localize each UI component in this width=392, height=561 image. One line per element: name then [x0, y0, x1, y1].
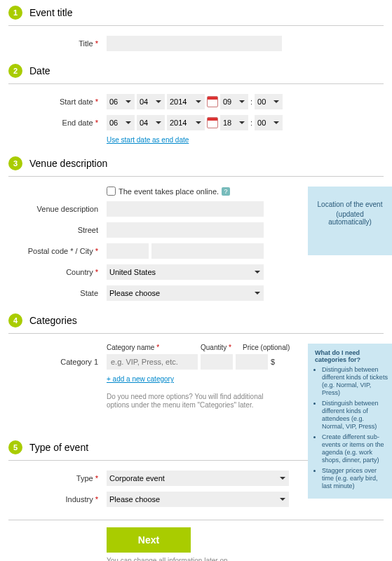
step-badge-3: 3 — [8, 156, 22, 170]
help-icon[interactable]: ? — [222, 187, 230, 196]
divider — [8, 333, 384, 334]
categories-help-text: Do you need more options? You will find … — [0, 388, 288, 410]
type-select[interactable]: Corporate event — [107, 471, 289, 486]
title-row: Title * — [0, 36, 392, 51]
end-date-label: End date * — [8, 118, 107, 128]
postal-city-label: Postal code * / City * — [8, 246, 107, 256]
country-label: Country * — [8, 267, 107, 277]
start-min-select[interactable]: 00 — [255, 94, 283, 109]
venue-desc-input[interactable] — [107, 201, 264, 217]
categories-info-box: What do I need categories for? Distingui… — [308, 344, 392, 499]
end-min-select[interactable]: 00 — [255, 115, 283, 130]
divider — [8, 83, 384, 84]
section-header: 3 Venue description — [0, 151, 392, 176]
step-badge-1: 1 — [8, 6, 22, 20]
divider — [8, 176, 384, 177]
step-badge-2: 2 — [8, 64, 22, 78]
categories-info-title: What do I need categories for? — [315, 349, 388, 363]
online-checkbox[interactable] — [107, 187, 116, 196]
add-category-link[interactable]: + add a new category — [107, 375, 174, 383]
end-year-select[interactable]: 2014 — [167, 115, 205, 130]
time-colon: : — [250, 97, 252, 106]
category-row-label: Category 1 — [8, 357, 107, 367]
step-badge-5: 5 — [8, 440, 22, 454]
postal-input[interactable] — [107, 243, 149, 259]
section-header: 2 Date — [0, 58, 392, 83]
section-heading: Date — [29, 65, 50, 76]
venue-desc-label: Venue description — [8, 204, 107, 214]
start-day-select[interactable]: 06 — [107, 94, 135, 109]
section-header: 1 Event title — [0, 0, 392, 25]
section-heading: Categories — [29, 315, 77, 326]
categories-info-item: Distinguish between different kinds of a… — [322, 400, 388, 431]
location-info-box: Location of the event (updated automatic… — [308, 187, 392, 255]
calendar-icon[interactable] — [207, 117, 218, 128]
time-colon: : — [250, 119, 252, 127]
section-heading: Type of event — [29, 442, 88, 453]
section-header: 4 Categories — [0, 308, 392, 333]
end-month-select[interactable]: 04 — [137, 115, 165, 130]
info-box-title: Location of the event — [318, 201, 383, 208]
category-name-input[interactable] — [107, 354, 198, 370]
step-badge-4: 4 — [8, 313, 22, 327]
categories-info-item: Stagger prices over time (e.g. early bir… — [322, 467, 388, 490]
start-hour-select[interactable]: 09 — [220, 94, 248, 109]
categories-body: Category name * Quantity * Price (option… — [0, 344, 392, 428]
country-select[interactable]: United States — [107, 264, 264, 280]
use-start-link[interactable]: Use start date as end date — [107, 136, 189, 144]
type-label: Type * — [8, 473, 107, 483]
state-label: State — [8, 288, 107, 298]
section-event-title: 1 Event title Title * — [0, 0, 392, 51]
end-day-select[interactable]: 06 — [107, 115, 135, 130]
country-row: Country * United States — [0, 264, 392, 280]
categories-info-item: Create different sub-events or items on … — [322, 433, 388, 464]
footer-hint: You can change all information later on. — [107, 557, 384, 561]
info-box-sub: (updated automatically) — [316, 210, 384, 226]
end-hour-select[interactable]: 18 — [220, 115, 248, 130]
start-month-select[interactable]: 04 — [137, 94, 165, 109]
start-year-select[interactable]: 2014 — [167, 94, 205, 109]
use-start-row: Use start date as end date — [0, 136, 392, 144]
section-categories: 4 Categories Category name * Quantity * … — [0, 308, 392, 428]
section-heading: Event title — [29, 7, 72, 18]
col-price: Price (optional) — [243, 344, 299, 351]
section-venue: 3 Venue description The event takes plac… — [0, 151, 392, 301]
category-price-input[interactable] — [236, 354, 268, 370]
footer: Next You can change all information late… — [0, 520, 392, 561]
divider — [8, 25, 384, 26]
industry-label: Industry * — [8, 494, 107, 504]
online-label: The event takes place online. — [119, 187, 219, 196]
col-quantity: Quantity * — [201, 344, 240, 351]
title-input[interactable] — [107, 36, 282, 51]
categories-info-item: Distinguish between different kinds of t… — [322, 366, 388, 397]
start-date-label: Start date * — [8, 97, 107, 107]
currency-label: $ — [271, 358, 275, 366]
state-row: State Please choose — [0, 285, 392, 301]
section-heading: Venue description — [29, 158, 107, 169]
categories-info-list: Distinguish between different kinds of t… — [315, 366, 388, 490]
start-date-row: Start date * 06 04 2014 09 : 00 — [0, 94, 392, 109]
venue-body: The event takes place online. ? Venue de… — [0, 187, 392, 301]
col-category-name: Category name * — [107, 344, 198, 351]
category-qty-input[interactable] — [201, 354, 233, 370]
state-select[interactable]: Please choose — [107, 285, 264, 301]
street-input[interactable] — [107, 222, 264, 238]
city-input[interactable] — [151, 243, 264, 259]
end-date-row: End date * 06 04 2014 18 : 00 — [0, 115, 392, 130]
title-label: Title * — [8, 39, 107, 48]
street-label: Street — [8, 225, 107, 235]
industry-select[interactable]: Please choose — [107, 492, 289, 507]
section-date: 2 Date Start date * 06 04 2014 09 : 00 E… — [0, 58, 392, 144]
next-button[interactable]: Next — [107, 527, 191, 553]
calendar-icon[interactable] — [207, 96, 218, 107]
